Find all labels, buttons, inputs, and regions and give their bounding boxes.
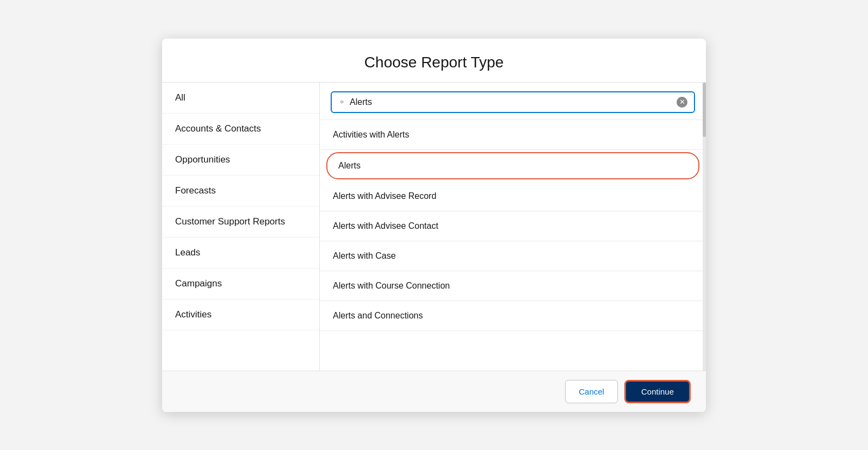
result-item-alerts-with-case[interactable]: Alerts with Case xyxy=(320,241,706,271)
cancel-button[interactable]: Cancel xyxy=(565,380,618,403)
modal-body: AllAccounts & ContactsOpportunitiesForec… xyxy=(162,83,706,371)
category-item-campaigns[interactable]: Campaigns xyxy=(162,268,319,299)
scrollbar-thumb xyxy=(703,83,706,137)
search-box: ⚬ ✕ xyxy=(331,91,695,113)
result-item-alerts-with-advisee-contact[interactable]: Alerts with Advisee Contact xyxy=(320,211,706,241)
category-item-activities[interactable]: Activities xyxy=(162,299,319,330)
result-item-alerts-and-connections[interactable]: Alerts and Connections xyxy=(320,301,706,331)
result-item-activities-with-alerts[interactable]: Activities with Alerts xyxy=(320,120,706,150)
category-item-opportunities[interactable]: Opportunities xyxy=(162,145,319,176)
modal-title: Choose Report Type xyxy=(184,54,684,71)
category-item-all[interactable]: All xyxy=(162,83,319,114)
modal-header: Choose Report Type xyxy=(162,39,706,83)
clear-search-button[interactable]: ✕ xyxy=(677,97,687,108)
category-item-customer-support-reports[interactable]: Customer Support Reports xyxy=(162,207,319,238)
category-item-accounts-contacts[interactable]: Accounts & Contacts xyxy=(162,114,319,145)
search-container: ⚬ ✕ xyxy=(320,83,706,120)
result-item-alerts[interactable]: Alerts xyxy=(326,152,699,179)
category-panel: AllAccounts & ContactsOpportunitiesForec… xyxy=(162,83,320,371)
choose-report-type-modal: Choose Report Type AllAccounts & Contact… xyxy=(162,39,706,412)
result-item-alerts-with-advisee-record[interactable]: Alerts with Advisee Record xyxy=(320,182,706,211)
category-item-leads[interactable]: Leads xyxy=(162,238,319,268)
modal-footer: Cancel Continue xyxy=(162,371,706,412)
category-item-forecasts[interactable]: Forecasts xyxy=(162,176,319,207)
results-scrollbar[interactable] xyxy=(703,83,706,371)
search-icon: ⚬ xyxy=(338,97,345,107)
result-item-alerts-with-course-connection[interactable]: Alerts with Course Connection xyxy=(320,271,706,301)
continue-button[interactable]: Continue xyxy=(624,380,691,403)
search-input[interactable] xyxy=(350,97,672,107)
results-list: Activities with AlertsAlertsAlerts with … xyxy=(320,120,706,371)
results-panel: ⚬ ✕ Activities with AlertsAlertsAlerts w… xyxy=(320,83,706,371)
